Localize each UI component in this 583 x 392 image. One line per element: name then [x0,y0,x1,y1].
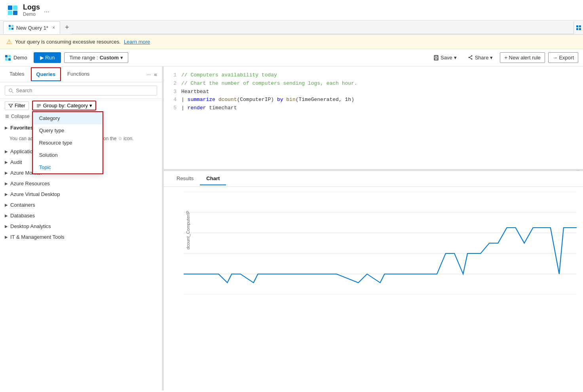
search-icon [8,88,13,93]
dropdown-item-topic[interactable]: Topic [33,161,103,173]
results-tab[interactable]: Results [170,172,200,185]
group-by-label: Group by: Category [43,103,88,108]
sidebar-more-icon[interactable]: ··· [146,71,151,77]
svg-rect-8 [576,25,578,27]
section-label: Audit [10,159,22,165]
dropdown-item-resource-type[interactable]: Resource type [33,137,103,149]
share-button[interactable]: Share ▾ [464,53,497,63]
filter-row: Filter Group by: Category ▾ Category Que [0,99,162,112]
section-triangle: ▶ [5,192,8,196]
sidebar-tabs: Tables Queries Functions ··· « [0,67,162,82]
tab-close-icon[interactable]: × [52,25,55,30]
collapse-icon [5,114,9,119]
tab-tables[interactable]: Tables [5,68,29,81]
svg-rect-12 [5,55,8,57]
chart-area: dcount_ComputerIP 26 24 22 20 [164,187,583,390]
dropdown-item-query-type[interactable]: Query type [33,124,103,137]
section-triangle: ▶ [5,224,8,228]
app-subtitle: Demo [23,11,40,17]
time-range-chevron: ▾ [120,55,123,61]
favorites-title: Favorites [10,125,33,131]
dropdown-item-category[interactable]: Category [33,112,103,124]
save-button[interactable]: Save ▾ [429,53,461,63]
app-title: Logs [23,3,40,11]
export-button[interactable]: → Export [548,52,578,63]
group-by-dropdown: Category Query type Resource type Soluti… [32,111,103,174]
svg-rect-5 [11,25,13,27]
svg-point-21 [468,57,469,58]
time-range-value: Custom [100,55,119,61]
section-triangle: ▶ [5,181,8,186]
svg-line-23 [12,91,13,93]
section-triangle: ▶ [5,160,8,164]
section-triangle: ▶ [5,213,8,218]
group-by-icon [36,103,42,108]
code-editor[interactable]: 1 // Computers availability today 2 // C… [164,67,583,169]
warning-icon: ⚠ [6,38,12,46]
dropdown-item-solution[interactable]: Solution [33,149,103,161]
chart-svg: 26 24 22 20 18 [184,192,577,295]
section-triangle: ▶ [5,203,8,207]
toolbar: Demo ▶ Run Time range : Custom ▾ Save ▾ … [0,49,583,67]
group-by-button[interactable]: Group by: Category ▾ [32,101,96,110]
svg-rect-13 [8,55,11,57]
save-label: Save [441,55,452,61]
filter-button[interactable]: Filter [5,101,29,110]
svg-rect-1 [13,6,17,10]
warning-bar: ⚠ Your query is consuming excessive reso… [0,35,583,49]
svg-rect-6 [9,28,11,30]
section-label: IT & Management Tools [10,234,65,240]
sidebar-section-azure-resources[interactable]: ▶ Azure Resources [0,178,162,189]
sidebar-search [0,82,162,99]
chart-tab[interactable]: Chart [200,172,226,185]
group-by-chevron: ▾ [89,103,92,108]
main-layout: Tables Queries Functions ··· « Filter [0,67,583,390]
group-by-wrap: Group by: Category ▾ Category Query type… [32,101,96,110]
sidebar-section-it-&-management-tools[interactable]: ▶ IT & Management Tools [0,232,162,242]
svg-rect-18 [435,58,438,60]
svg-point-19 [471,55,472,56]
svg-point-22 [9,89,12,92]
svg-rect-3 [13,11,17,15]
sidebar-section-databases[interactable]: ▶ Databases [0,210,162,221]
sidebar: Tables Queries Functions ··· « Filter [0,67,162,390]
app-ellipsis[interactable]: ... [44,7,49,14]
run-button[interactable]: ▶ Run [34,52,61,63]
share-label: Share [475,55,489,61]
section-label: Azure Resources [10,181,50,186]
top-bar: Logs Demo ... [0,0,583,21]
learn-more-link[interactable]: Learn more [124,39,150,45]
time-range-button[interactable]: Time range : Custom ▾ [64,52,128,63]
search-input[interactable] [16,88,154,93]
svg-rect-11 [579,28,581,30]
tab-bar: New Query 1* × + [0,21,583,35]
tab-functions[interactable]: Functions [63,68,94,81]
svg-rect-15 [8,58,11,61]
sidebar-section-desktop-analytics[interactable]: ▶ Desktop Analytics [0,221,162,232]
section-triangle: ▶ [5,149,8,154]
results-tabs: Results Chart [164,171,583,187]
favorites-triangle: ▶ [5,126,8,130]
svg-rect-7 [11,28,13,30]
svg-rect-0 [8,6,12,10]
editor-line-2: 2 // Chart the number of computers sendi… [170,80,577,88]
editor-line-4: 4 | summarize dcount(ComputerIP) by bin(… [170,96,577,104]
new-tab-button[interactable]: + [62,23,72,32]
new-alert-button[interactable]: + New alert rule [500,52,545,63]
query-tab[interactable]: New Query 1* × [3,21,60,34]
section-label: Containers [10,202,35,208]
section-label: Databases [10,213,35,219]
svg-point-20 [471,58,472,59]
svg-rect-2 [8,11,12,15]
filter-icon [8,103,13,108]
tab-queries[interactable]: Queries [31,67,61,81]
filter-label: Filter [15,103,25,108]
svg-rect-14 [5,58,8,61]
sidebar-section-containers[interactable]: ▶ Containers [0,200,162,210]
sidebar-collapse-icon[interactable]: « [154,71,157,78]
search-wrap [5,86,157,95]
svg-rect-10 [576,28,578,30]
collapse-label: Collapse [11,114,30,119]
sidebar-section-azure-virtual-desktop[interactable]: ▶ Azure Virtual Desktop [0,189,162,200]
tab-settings-icon[interactable] [574,21,583,34]
